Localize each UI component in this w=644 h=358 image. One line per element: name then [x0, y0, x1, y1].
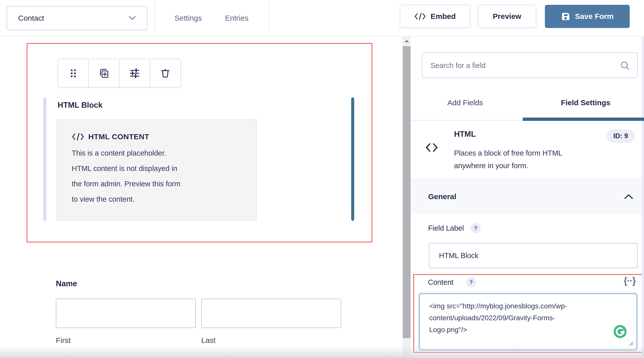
nav-settings-label: Settings — [175, 14, 202, 22]
window-edge-strip — [642, 37, 644, 358]
help-question-icon[interactable]: ? — [466, 277, 476, 287]
textarea-resize-handle[interactable] — [628, 341, 633, 346]
field-type-title: HTML — [454, 130, 476, 139]
drag-handle-icon[interactable] — [58, 59, 89, 87]
field-label-html-block: HTML Block — [58, 101, 103, 110]
preview-button[interactable]: Preview — [478, 5, 536, 28]
delete-field-trash-icon[interactable] — [150, 59, 180, 87]
tab-field-settings[interactable]: Field Settings — [548, 98, 623, 107]
tab-divider-line — [411, 120, 523, 121]
form-editor-page: Contact Settings Entries Embed Preview — [0, 0, 644, 358]
name-last-sublabel: Last — [201, 336, 216, 345]
top-bar: Contact Settings Entries Embed Preview — [0, 0, 644, 37]
field-id-badge: ID: 9 — [607, 129, 635, 143]
field-search-box — [422, 52, 638, 78]
chevron-down-icon — [129, 16, 136, 20]
name-field-label: Name — [56, 279, 77, 288]
active-tab-indicator — [523, 118, 644, 121]
placeholder-heading: HTML CONTENT — [88, 132, 149, 141]
name-first-input[interactable] — [56, 299, 196, 328]
name-first-sublabel: First — [56, 336, 70, 345]
merge-tag-icon[interactable]: {··} — [624, 275, 635, 286]
search-icon — [620, 60, 631, 71]
preview-button-label: Preview — [493, 12, 521, 21]
nav-entries-label: Entries — [225, 14, 248, 22]
field-type-description: Places a block of free form HTML anywher… — [454, 147, 585, 172]
topbar-divider — [269, 0, 269, 36]
save-floppy-icon — [561, 12, 571, 21]
placeholder-text-line: This is a content placeholder. — [72, 146, 256, 161]
scrollbar-thumb[interactable] — [403, 46, 411, 338]
save-button-label: Save Form — [575, 12, 614, 21]
save-form-button[interactable]: Save Form — [545, 5, 630, 28]
form-selector-value: Contact — [18, 14, 44, 22]
tab-field-settings-label: Field Settings — [561, 98, 611, 107]
code-brackets-icon — [414, 12, 426, 20]
placeholder-text-line: HTML content is not displayed in — [72, 161, 256, 176]
field-label-input[interactable] — [429, 243, 638, 268]
name-last-input[interactable] — [201, 299, 341, 328]
grammarly-icon[interactable] — [613, 325, 627, 338]
field-settings-sidebar: Add Fields Field Settings HTML ID: 9 Pla… — [411, 37, 644, 358]
duplicate-field-button[interactable] — [89, 59, 119, 87]
drop-indicator-bar — [351, 97, 354, 221]
nav-settings[interactable]: Settings — [167, 0, 210, 36]
tab-add-fields-label: Add Fields — [447, 98, 483, 107]
html-field-type-icon — [425, 142, 438, 153]
code-brackets-icon — [72, 132, 84, 141]
form-canvas: HTML Block HTML CONTENT This is a conten… — [0, 37, 403, 358]
chevron-up-icon — [624, 194, 633, 199]
field-accent-bar — [43, 97, 46, 221]
embed-button-label: Embed — [430, 12, 456, 21]
content-textarea[interactable]: <img src="http://myblog.jonesblogs.com/w… — [419, 294, 637, 350]
content-setting-highlight-box: Content ? {··} <img src="http://myblog.j… — [413, 274, 643, 353]
help-question-icon[interactable]: ? — [471, 223, 481, 233]
tab-add-fields[interactable]: Add Fields — [427, 98, 503, 107]
topbar-divider — [154, 0, 155, 36]
scrollbar-up-arrow[interactable] — [403, 37, 411, 46]
search-input[interactable] — [430, 53, 617, 78]
form-selector-dropdown[interactable]: Contact — [7, 6, 147, 30]
field-label-setting-label: Field Label — [428, 224, 464, 232]
placeholder-text-line: the form admin. Preview this form — [72, 176, 256, 192]
embed-button[interactable]: Embed — [400, 5, 470, 28]
placeholder-text-line: to view the content. — [72, 192, 256, 207]
general-section-title: General — [428, 180, 456, 214]
field-toolbar — [58, 59, 181, 88]
html-content-placeholder[interactable]: HTML CONTENT This is a content placehold… — [57, 119, 257, 221]
canvas-scrollbar — [403, 37, 411, 358]
content-setting-label: Content — [428, 278, 454, 287]
general-section-header[interactable]: General — [411, 180, 644, 214]
field-settings-sliders-icon[interactable] — [119, 59, 150, 87]
nav-entries[interactable]: Entries — [215, 0, 258, 36]
